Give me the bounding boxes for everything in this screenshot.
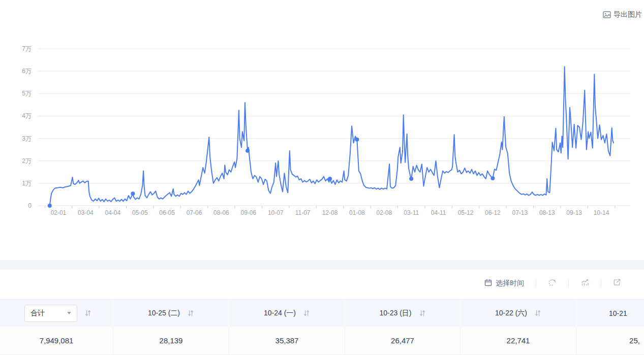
chart-canvas: 01万2万3万4万5万6万7万02-0103-0404-0405-0506-05… [0,0,644,234]
x-axis-label: 03-11 [404,209,419,216]
x-axis-label: 02-08 [376,209,392,216]
toolbar-divider [568,279,569,287]
x-axis-label: 11-07 [295,209,311,216]
trend-icon [580,278,589,288]
total-select-value: 合计 [30,309,45,318]
column-header-label: 10-23 (日) [379,309,411,318]
y-axis-label: 5万 [22,90,32,97]
restore-button[interactable] [548,278,557,288]
dropdown-caret-icon [67,312,71,314]
column-header: 10-21 [576,300,644,327]
column-header: 10-24 (一) [229,300,345,327]
column-header-label: 10-22 (六) [495,309,527,318]
sort-icon[interactable] [534,309,541,317]
y-axis-label: 4万 [22,112,32,119]
y-axis-label: 7万 [22,45,32,52]
table-row: 7,949,08128,13935,38726,47722,74125, [0,327,644,355]
x-axis-label: 02-01 [51,209,67,216]
x-axis-label: 10-14 [594,209,609,216]
toolbar-divider [536,279,536,287]
x-axis-label: 09-13 [566,209,582,216]
column-header-label: 10-24 (一) [264,309,296,318]
table-toolbar: 选择时间 [484,278,621,288]
calendar-icon [484,279,492,288]
column-header: 合计 [0,300,113,327]
x-axis-label: 10-07 [268,209,284,216]
line-chart: 01万2万3万4万5万6万7万02-0103-0404-0405-0506-05… [0,0,644,234]
table-cell: 7,949,081 [0,327,113,354]
section-separator [0,260,644,270]
table-cell: 35,387 [229,327,345,354]
select-time-label: 选择时间 [496,279,524,288]
table-cell: 26,477 [345,327,460,354]
toolbar-divider [601,279,601,287]
data-point-marker [48,204,52,208]
y-axis-label: 2万 [22,157,32,165]
data-point-marker [328,177,332,181]
sort-icon[interactable] [419,309,426,317]
table-cell: 22,741 [460,327,576,354]
trend-chart-button[interactable] [580,278,589,288]
select-time-button[interactable]: 选择时间 [484,279,524,288]
x-axis-label: 04-04 [105,209,120,216]
sort-icon[interactable] [187,309,194,317]
x-axis-label: 07-13 [512,209,528,216]
y-axis-label: 6万 [22,68,32,75]
column-header: 10-23 (日) [345,300,460,327]
x-axis-label: 06-05 [159,209,175,216]
table-cell: 28,139 [113,327,229,354]
x-axis-label: 07-06 [187,209,202,216]
y-axis-label: 0 [28,202,32,209]
x-axis-label: 05-05 [132,209,148,216]
data-point-marker [490,176,495,180]
data-point-marker [131,191,135,196]
x-axis-label: 03-04 [78,209,94,216]
x-axis-label: 12-08 [322,209,338,216]
data-point-marker [246,149,250,153]
data-point-marker [409,177,413,181]
x-axis-label: 01-08 [349,209,365,216]
data-point-marker [355,138,359,142]
open-full-button[interactable] [613,278,621,288]
x-axis-label: 08-13 [539,209,555,216]
column-header-label: 10-25 (二) [148,309,180,318]
column-header: 10-22 (六) [460,300,576,327]
sort-icon[interactable] [303,309,310,317]
x-axis-label: 09-06 [240,209,256,216]
y-axis-label: 3万 [22,135,32,142]
series-line [50,67,614,206]
table-cell: 25, [576,327,644,354]
restore-icon [548,278,557,288]
x-axis-label: 04-11 [431,209,446,216]
total-select[interactable]: 合计 [24,305,77,322]
expand-icon [613,278,621,288]
column-header-label: 10-21 [609,309,627,317]
x-axis-label: 06-12 [485,209,501,216]
x-axis-label: 08-06 [213,209,229,216]
sort-icon[interactable] [84,309,91,317]
x-axis-label: 05-12 [458,209,474,216]
y-axis-label: 1万 [22,180,32,187]
table-header-row: 合计10-25 (二)10-24 (一)10-23 (日)10-22 (六)10… [0,299,644,327]
column-header: 10-25 (二) [113,300,229,327]
